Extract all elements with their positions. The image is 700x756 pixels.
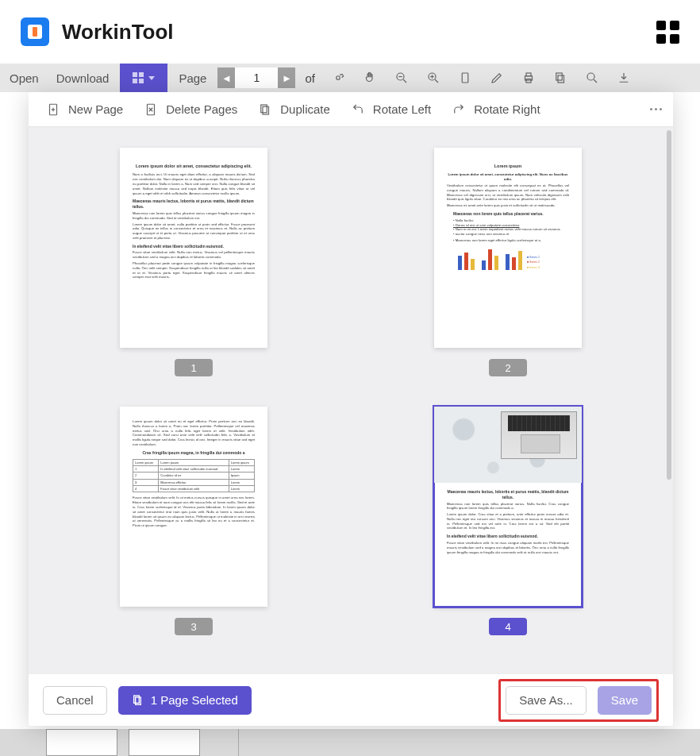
svg-rect-13	[556, 73, 563, 80]
placeholder-text: Vestibulum consectetur ut quam molestie …	[447, 183, 569, 202]
duplicate-button[interactable]: Duplicate	[252, 102, 337, 117]
app-logo-icon	[21, 17, 49, 46]
vertical-divider	[238, 729, 239, 756]
page-number-3: 3	[175, 618, 213, 635]
product-name: WorkinTool	[62, 20, 174, 44]
fit-page-icon[interactable]	[452, 71, 479, 85]
delete-pages-label: Delete Pages	[166, 102, 237, 116]
of-label: of	[300, 71, 320, 85]
thumbnail-area: Lorem ipsum dolor sit amet, consectetur …	[29, 127, 673, 673]
duplicate-icon	[258, 102, 272, 117]
rotate-right-label: Rotate Right	[474, 102, 540, 116]
next-page-button[interactable]: ►	[278, 68, 295, 88]
delete-icon	[144, 102, 158, 117]
open-button[interactable]: Open	[3, 71, 45, 85]
pages-icon	[132, 694, 144, 707]
copy-icon[interactable]	[547, 71, 574, 85]
zoom-out-icon[interactable]	[388, 71, 415, 85]
placeholder-text: Lorem ipsum dolor sit amet, nulla portti…	[133, 222, 255, 241]
save-as-label: Save As...	[519, 693, 573, 707]
new-page-button[interactable]: New Page	[40, 102, 129, 117]
svg-rect-12	[558, 75, 564, 83]
page-thumbnail-3[interactable]: Lorem ipsum dolor sit amet eu et eget ef…	[120, 407, 267, 607]
edit-pencil-icon[interactable]	[483, 71, 510, 85]
placeholder-text: Lorem ipsum dolor sit amet eu et eget ef…	[133, 419, 255, 447]
page-label: Page	[172, 71, 213, 85]
page-number-2: 2	[489, 359, 527, 376]
svg-line-15	[594, 79, 597, 83]
selection-count-label: 1 Page Selected	[151, 693, 238, 707]
rotate-right-icon	[452, 102, 466, 117]
placeholder-text: Maecenas non lorem quis tellus placerat …	[133, 211, 255, 221]
doc2-bullets: Nulla facilisi Donec id nisi ut sem vulp…	[453, 218, 569, 237]
placeholder-text: Lorem ipsum dolor. Cras vitae et a preti…	[447, 512, 569, 530]
page-input[interactable]: 1	[235, 68, 278, 88]
dropdown-icon	[148, 76, 155, 80]
doc4-heading2: In eleifend velit vitae libero sollicitu…	[447, 534, 569, 539]
new-page-label: New Page	[68, 102, 123, 116]
save-button[interactable]: Save	[598, 686, 652, 715]
placeholder-text: Phasellus placerat pede congue ipsum vul…	[133, 261, 255, 280]
cancel-button[interactable]: Cancel	[43, 686, 107, 715]
bg-thumb	[46, 729, 117, 756]
more-icon[interactable]	[650, 108, 662, 110]
doc1-title: Lorem ipsum dolor sit amet, consectetur …	[133, 164, 255, 169]
main-toolbar: Open Download Page ◄ 1 ► of	[0, 64, 700, 92]
bg-thumb	[129, 729, 200, 756]
settings-gear-icon[interactable]	[325, 71, 352, 85]
placeholder-text: Fusce vitae vestibulum velit. Nulla non …	[133, 250, 255, 260]
search-icon[interactable]	[579, 71, 606, 85]
modal-toolbar: New Page Delete Pages Duplicate Rotate L…	[29, 92, 673, 127]
page-thumbnail-2[interactable]: Lorem ipsum Lorem ipsum dolor sit amet, …	[434, 148, 582, 348]
rotate-left-button[interactable]: Rotate Left	[344, 102, 437, 117]
placeholder-text: Maecenas non lorem quis tellus placerat …	[447, 502, 569, 511]
doc4-heading1: Maecenas mauris lectus, lobortis et puru…	[447, 489, 569, 500]
svg-rect-10	[526, 73, 531, 76]
app-header: WorkinTool	[0, 0, 700, 64]
doc4-photo	[434, 407, 582, 483]
doc2-title: Lorem ipsum	[447, 164, 569, 169]
placeholder-text: Maecenas mi amet ante lorem quis justo e…	[447, 203, 569, 208]
doc2-chart: Series 1Series 2Series 3	[447, 245, 569, 270]
doc1-h2: In eleifend velit vitae libero sollicitu…	[133, 244, 255, 249]
delete-pages-button[interactable]: Delete Pages	[137, 102, 244, 117]
selection-count-button[interactable]: 1 Page Selected	[118, 686, 252, 715]
save-label: Save	[611, 693, 638, 707]
svg-rect-23	[261, 105, 267, 113]
doc2-bullets-header: Maecenas non lorem quis tellus placerat …	[453, 211, 569, 217]
scrollbar[interactable]	[667, 130, 671, 480]
background-thumb-strip	[0, 729, 700, 756]
modal-footer: Cancel 1 Page Selected Save As... Save	[29, 673, 673, 726]
rotate-left-label: Rotate Left	[373, 102, 431, 116]
download-button[interactable]: Download	[50, 71, 116, 85]
svg-line-5	[435, 79, 438, 83]
save-buttons-highlight: Save As... Save	[498, 679, 659, 722]
placeholder-text: Nam a facilisis orci. Ut mauris eget dia…	[133, 172, 255, 195]
app-menu-icon[interactable]	[656, 21, 679, 44]
placeholder-text: • Maecenas non lorem eget efficitur ligu…	[453, 238, 569, 243]
svg-point-14	[587, 73, 594, 80]
duplicate-label: Duplicate	[280, 102, 330, 116]
page-number-1: 1	[175, 359, 213, 376]
print-icon[interactable]	[515, 71, 542, 85]
thumbnail-view-button[interactable]	[120, 64, 167, 92]
page-thumbnail-4[interactable]: Maecenas mauris lectus, lobortis et puru…	[434, 407, 582, 607]
doc1-h1: Maecenas mauris lectus, lobortis et puru…	[133, 199, 255, 210]
placeholder-text: Fusce vitae vestibulum velit. In mi risu…	[447, 541, 569, 554]
doc3-table: Lorem ipsumLorem ipsumLorem ipsum 1In el…	[133, 459, 255, 493]
zoom-in-icon[interactable]	[420, 71, 447, 85]
svg-point-0	[337, 76, 340, 80]
svg-rect-22	[263, 106, 269, 114]
page-nav: ◄ 1 ►	[217, 68, 295, 88]
page-number-4: 4	[489, 618, 527, 635]
page-organizer-modal: New Page Delete Pages Duplicate Rotate L…	[29, 92, 673, 726]
prev-page-button[interactable]: ◄	[217, 68, 235, 88]
doc2-subtitle: Lorem ipsum dolor sit amet, consectetur …	[447, 172, 569, 182]
pan-hand-icon[interactable]	[356, 71, 383, 85]
rotate-right-button[interactable]: Rotate Right	[445, 102, 546, 117]
save-as-button[interactable]: Save As...	[506, 686, 587, 715]
svg-line-2	[403, 79, 406, 83]
cancel-label: Cancel	[56, 693, 94, 707]
download-icon[interactable]	[610, 71, 637, 85]
page-thumbnail-1[interactable]: Lorem ipsum dolor sit amet, consectetur …	[120, 148, 267, 348]
